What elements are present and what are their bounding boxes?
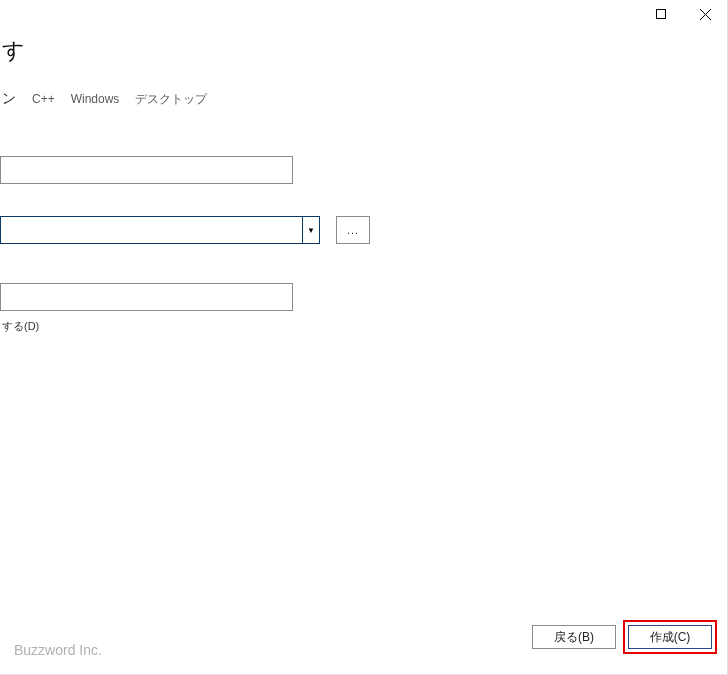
create-button-label: 作成(C) bbox=[650, 629, 691, 646]
same-directory-option-label[interactable]: する(D) bbox=[0, 319, 39, 334]
watermark-text: Buzzword Inc. bbox=[14, 642, 102, 658]
create-button[interactable]: 作成(C) bbox=[628, 625, 712, 649]
maximize-button[interactable] bbox=[639, 0, 683, 28]
back-button-label: 戻る(B) bbox=[554, 629, 594, 646]
page-title: す bbox=[0, 36, 25, 66]
svg-rect-0 bbox=[657, 10, 666, 19]
project-name-input[interactable] bbox=[0, 156, 293, 184]
chevron-down-icon: ▼ bbox=[307, 226, 315, 235]
maximize-icon bbox=[656, 9, 666, 19]
close-button[interactable] bbox=[683, 0, 727, 28]
browse-button[interactable]: ... bbox=[336, 216, 370, 244]
solution-name-input[interactable] bbox=[0, 283, 293, 311]
tag-partial: ン bbox=[2, 90, 16, 108]
close-icon bbox=[700, 9, 711, 20]
location-dropdown-button[interactable]: ▼ bbox=[302, 216, 320, 244]
location-input[interactable] bbox=[0, 216, 302, 244]
back-button[interactable]: 戻る(B) bbox=[532, 625, 616, 649]
tag-desktop: デスクトップ bbox=[135, 91, 207, 108]
browse-label: ... bbox=[347, 224, 359, 236]
tag-cpp: C++ bbox=[32, 92, 55, 106]
project-tags: ン C++ Windows デスクトップ bbox=[0, 90, 207, 108]
tag-windows: Windows bbox=[71, 92, 120, 106]
